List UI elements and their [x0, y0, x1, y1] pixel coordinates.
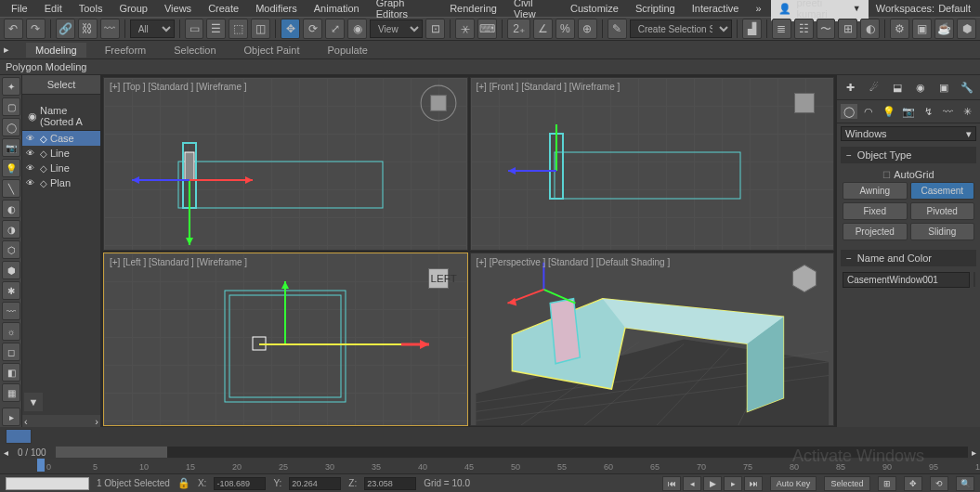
- schematic-button[interactable]: ⊞: [838, 19, 857, 39]
- select-object-button[interactable]: ▭: [185, 19, 204, 39]
- nav-a[interactable]: ⊞: [878, 476, 896, 491]
- menu-create[interactable]: Create: [201, 1, 246, 16]
- undo-button[interactable]: ↶: [4, 19, 23, 39]
- cat-helpers[interactable]: ↯: [920, 104, 936, 119]
- viewport-label[interactable]: [+] [Front ] [Standard ] [Wireframe ]: [477, 82, 621, 92]
- window-crossing-button[interactable]: ◫: [251, 19, 270, 39]
- menu-customize[interactable]: Customize: [563, 1, 626, 16]
- coord-z-input[interactable]: [364, 477, 416, 490]
- play-button[interactable]: ▶: [703, 476, 722, 491]
- viewport-front[interactable]: [+] [Front ] [Standard ] [Wireframe ]: [470, 77, 835, 251]
- lt-box[interactable]: ▢: [2, 97, 20, 116]
- ribbon-toggle-icon[interactable]: ▸: [4, 44, 17, 56]
- lt-expand[interactable]: ▸: [2, 408, 20, 426]
- viewport-layout-button[interactable]: [6, 429, 32, 444]
- mirror-button[interactable]: ▟: [742, 19, 762, 39]
- subcategory-dropdown[interactable]: Windows▾: [841, 126, 976, 141]
- select-region-button[interactable]: ⬚: [229, 19, 248, 39]
- menu-scripting[interactable]: Scripting: [628, 1, 683, 16]
- nav-d[interactable]: 🔍: [956, 476, 974, 491]
- timeline-ruler[interactable]: 0510152025303540455055606570758085909510…: [0, 459, 980, 473]
- time-slider[interactable]: [37, 459, 45, 472]
- ribbon-tab-modeling[interactable]: Modeling: [26, 43, 86, 58]
- lt-helper[interactable]: ✱: [2, 281, 20, 300]
- autogrid-checkbox[interactable]: ☐ AutoGrid: [841, 167, 976, 182]
- cat-geometry[interactable]: ◯: [841, 104, 857, 119]
- cat-cameras[interactable]: 📷: [900, 104, 917, 119]
- lt-c[interactable]: ◻: [2, 343, 20, 361]
- viewport-top[interactable]: [+] [Top ] [Standard ] [Wireframe ]: [103, 77, 468, 251]
- lt-sphere[interactable]: ◯: [2, 118, 20, 136]
- btn-sliding[interactable]: Sliding: [910, 223, 975, 240]
- lt-teapot[interactable]: ◐: [2, 200, 20, 218]
- section-header-name-color[interactable]: Name and Color: [841, 250, 976, 266]
- goto-start-button[interactable]: ⏮: [662, 476, 681, 491]
- unlink-button[interactable]: ⛓: [78, 19, 98, 39]
- named-selection-dropdown[interactable]: Create Selection Se: [630, 19, 732, 38]
- lt-light[interactable]: 💡: [2, 159, 20, 177]
- menu-views[interactable]: Views: [157, 1, 199, 16]
- viewport-left[interactable]: [+] [Left ] [Standard ] [Wireframe ] LEF…: [103, 252, 468, 426]
- keyboard-shortcut-button[interactable]: ⌨: [477, 19, 497, 39]
- lt-e[interactable]: ▦: [2, 383, 20, 402]
- ribbon-tab-populate[interactable]: Populate: [318, 43, 376, 58]
- menu-interactive[interactable]: Interactive: [685, 1, 747, 16]
- pivot-button[interactable]: ⊡: [425, 19, 445, 39]
- btn-pivoted[interactable]: Pivoted: [910, 202, 975, 220]
- lt-a[interactable]: ⬡: [2, 240, 20, 259]
- cat-systems[interactable]: ✳: [960, 104, 976, 119]
- menu-file[interactable]: File: [4, 1, 35, 16]
- timeline-scrollbar[interactable]: [56, 447, 968, 458]
- selection-filter-dropdown[interactable]: All: [130, 19, 175, 38]
- nav-b[interactable]: ✥: [904, 476, 922, 491]
- menu-group[interactable]: Group: [111, 1, 155, 16]
- autokey-button[interactable]: Auto Key: [770, 476, 817, 491]
- coord-x-input[interactable]: [214, 477, 266, 490]
- cat-shapes[interactable]: ◠: [860, 104, 877, 119]
- scene-item-line1[interactable]: 👁◇ Line: [22, 146, 100, 161]
- viewcube-front[interactable]: [785, 84, 824, 123]
- viewport-label[interactable]: [+] [Left ] [Standard ] [Wireframe ]: [110, 257, 247, 267]
- menu-rendering[interactable]: Rendering: [442, 1, 504, 16]
- coord-y-input[interactable]: [289, 477, 341, 490]
- scene-item-line2[interactable]: 👁◇ Line: [22, 161, 100, 175]
- btn-awning[interactable]: Awning: [843, 182, 908, 200]
- viewcube-persp[interactable]: [785, 259, 824, 298]
- cat-spacewarps[interactable]: 〰: [940, 104, 957, 119]
- tab-utilities[interactable]: 🔧: [959, 79, 975, 96]
- prev-frame-button[interactable]: ◂: [683, 476, 701, 491]
- object-name-input[interactable]: [843, 272, 970, 288]
- render-setup-button[interactable]: ⚙: [890, 19, 909, 39]
- select-scale-button[interactable]: ⤢: [325, 19, 345, 39]
- bind-button[interactable]: 〰: [100, 19, 120, 39]
- scene-item-casement[interactable]: 👁◇ Case: [22, 131, 100, 146]
- render-button[interactable]: ☕: [934, 19, 954, 39]
- named-sel-edit-button[interactable]: ✎: [608, 19, 627, 39]
- select-rotate-button[interactable]: ⟳: [303, 19, 322, 39]
- color-swatch[interactable]: [973, 272, 975, 287]
- link-button[interactable]: 🔗: [56, 19, 75, 39]
- angle-snap-button[interactable]: ∠: [533, 19, 553, 39]
- material-editor-button[interactable]: ◐: [860, 19, 880, 39]
- manipulate-button[interactable]: ⚹: [455, 19, 475, 39]
- tab-hierarchy[interactable]: ⬓: [889, 79, 906, 96]
- viewport-perspective[interactable]: [+] [Perspective ] [Standard ] [Default …: [470, 252, 835, 426]
- scene-column-header[interactable]: ◉ Name (Sorted A: [22, 102, 100, 131]
- next-frame-button[interactable]: ▸: [724, 476, 742, 491]
- render-frame-button[interactable]: ▣: [912, 19, 932, 39]
- tab-display[interactable]: ▣: [935, 79, 952, 96]
- btn-projected[interactable]: Projected: [843, 223, 908, 240]
- align-button[interactable]: ≣: [772, 19, 791, 39]
- workspaces-selector[interactable]: Workspaces: Default: [870, 1, 976, 16]
- menu-animation[interactable]: Animation: [307, 1, 367, 16]
- viewcube-left[interactable]: LEFT: [419, 259, 458, 298]
- btn-fixed[interactable]: Fixed: [843, 202, 908, 220]
- filter-icon[interactable]: ▼: [24, 393, 43, 411]
- arnold-button[interactable]: ⬢: [957, 19, 976, 39]
- btn-casement[interactable]: Casement: [910, 182, 975, 200]
- menu-tools[interactable]: Tools: [72, 1, 111, 16]
- redo-button[interactable]: ↷: [26, 19, 46, 39]
- select-by-name-button[interactable]: ☰: [206, 19, 226, 39]
- tab-motion[interactable]: ◉: [912, 79, 929, 96]
- section-header-object-type[interactable]: Object Type: [841, 147, 976, 163]
